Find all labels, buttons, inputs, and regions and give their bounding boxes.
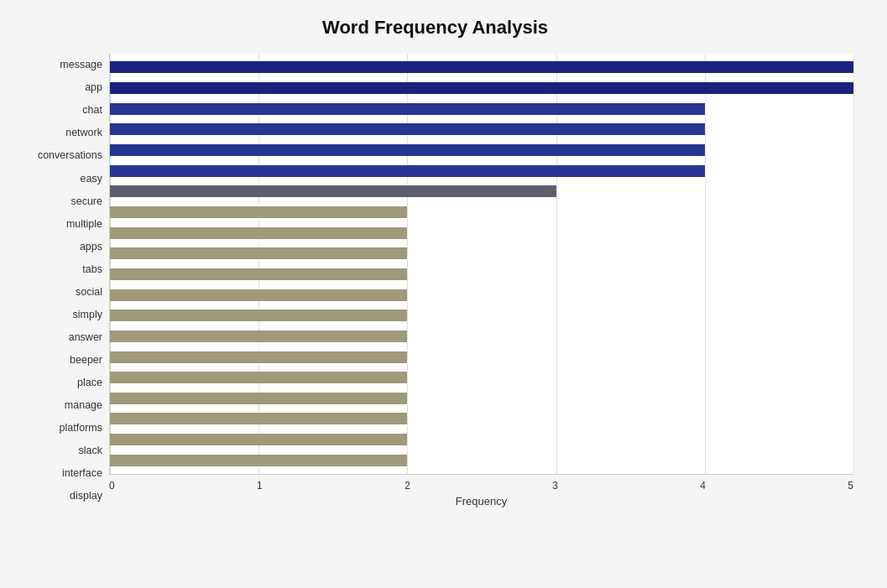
- bar: [110, 247, 407, 259]
- bar-row: [110, 119, 853, 140]
- bar: [110, 144, 705, 156]
- x-tick: 3: [552, 480, 558, 492]
- bar-row: [110, 98, 853, 119]
- bars-and-xaxis: 012345 Frequency: [109, 54, 853, 507]
- bar-row: [110, 181, 853, 202]
- bar: [110, 165, 705, 177]
- y-label: easy: [81, 174, 102, 185]
- bar: [110, 413, 407, 424]
- bar-row: [110, 160, 853, 181]
- y-label: message: [60, 60, 102, 70]
- bar-row: [110, 429, 853, 450]
- bar-row: [110, 326, 853, 347]
- y-label: secure: [70, 196, 102, 207]
- y-label: social: [76, 287, 102, 298]
- x-axis: 012345: [109, 475, 853, 492]
- bar-row: [110, 367, 853, 388]
- bar: [110, 103, 705, 115]
- chart-container: Word Frequency Analysis messageappchatne…: [0, 0, 887, 588]
- bar-row: [110, 57, 853, 78]
- chart-area: messageappchatnetworkconversationseasyse…: [17, 54, 853, 507]
- y-label: slack: [79, 445, 102, 456]
- bar-row: [110, 202, 853, 223]
- x-tick: 5: [848, 480, 853, 492]
- y-label: chat: [82, 105, 102, 116]
- y-label: interface: [62, 468, 102, 479]
- y-label: app: [85, 82, 102, 93]
- grid-line: [853, 54, 854, 474]
- bar: [110, 455, 407, 466]
- chart-title: Word Frequency Analysis: [17, 17, 853, 39]
- bars-rows: [110, 54, 853, 474]
- bar: [110, 268, 407, 280]
- bar: [110, 82, 853, 94]
- bar: [110, 330, 407, 342]
- bar: [110, 289, 407, 301]
- bar-row: [110, 243, 853, 264]
- bar-row: [110, 222, 853, 243]
- bar-row: [110, 305, 853, 326]
- y-label: beeper: [70, 355, 102, 366]
- y-label: tabs: [82, 264, 102, 275]
- bar-row: [110, 388, 853, 409]
- bar-row: [110, 78, 853, 99]
- x-tick: 0: [109, 480, 115, 492]
- y-label: platforms: [60, 423, 102, 434]
- y-label: simply: [73, 310, 102, 320]
- x-tick: 1: [257, 480, 263, 492]
- y-label: answer: [69, 332, 102, 343]
- bar-row: [110, 264, 853, 285]
- x-tick: 2: [404, 480, 410, 492]
- y-label: network: [65, 127, 102, 138]
- bar-row: [110, 408, 853, 429]
- bar: [110, 206, 407, 218]
- bar: [110, 434, 407, 445]
- bar: [110, 185, 556, 197]
- y-label: manage: [65, 400, 102, 411]
- y-label: place: [77, 377, 102, 388]
- bar: [110, 310, 407, 321]
- bars-area: [109, 54, 853, 475]
- y-label: conversations: [38, 150, 102, 161]
- y-label: display: [70, 491, 102, 502]
- y-label: multiple: [66, 219, 102, 230]
- bar: [110, 123, 705, 135]
- bar-row: [110, 450, 853, 471]
- bar-row: [110, 346, 853, 367]
- bar: [110, 227, 407, 239]
- x-tick: 4: [700, 480, 706, 492]
- bar-row: [110, 140, 853, 161]
- bar-row: [110, 284, 853, 305]
- bar: [110, 351, 407, 363]
- y-label: apps: [80, 242, 102, 252]
- y-axis: messageappchatnetworkconversationseasyse…: [17, 54, 109, 507]
- x-axis-label: Frequency: [109, 495, 853, 507]
- bar: [110, 61, 853, 73]
- bar: [110, 393, 407, 404]
- bar: [110, 372, 407, 383]
